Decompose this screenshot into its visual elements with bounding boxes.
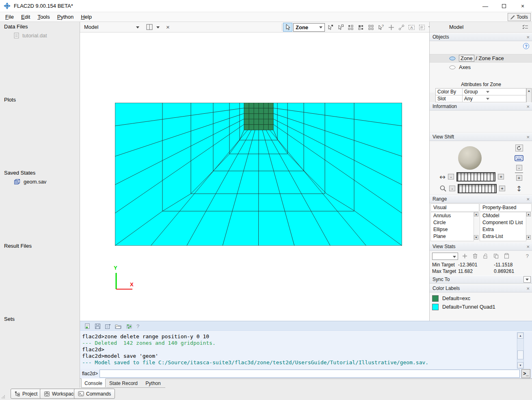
measure-tool-button[interactable] (397, 23, 406, 32)
marquee-tool-button[interactable] (417, 23, 426, 32)
reset-rotation-button[interactable] (515, 145, 523, 151)
copy-icon[interactable] (493, 253, 499, 259)
visibility-icon[interactable] (449, 65, 456, 69)
tab-state-record[interactable]: State Record (106, 379, 141, 388)
query-tool-button[interactable]: ? (376, 23, 386, 32)
console-input[interactable] (99, 370, 520, 378)
slot-select[interactable]: Any (463, 95, 526, 102)
scroll-up-icon[interactable]: ▲ (517, 333, 523, 339)
scroll-down-icon[interactable]: ▼ (517, 362, 523, 368)
zoom-slider[interactable] (458, 184, 497, 193)
information-close-icon[interactable]: × (526, 104, 530, 110)
viewport-close-icon[interactable]: × (166, 24, 170, 30)
objects-help-icon[interactable]: ? (523, 43, 529, 49)
unlock-icon[interactable] (483, 253, 488, 259)
menu-help[interactable]: Help (77, 13, 95, 21)
pan-slider[interactable] (456, 172, 495, 182)
color-swatch[interactable] (432, 304, 439, 310)
selection-mode-select[interactable]: Zone (293, 23, 325, 32)
open-folder-icon[interactable] (115, 324, 122, 329)
crosshair-tool-button[interactable] (387, 23, 396, 32)
menu-file[interactable]: File (2, 13, 17, 21)
zoom-minus-button[interactable]: - (449, 186, 455, 191)
grid-select-1-button[interactable] (346, 23, 355, 32)
console-scrollbar[interactable]: ▲ ▼ (517, 332, 524, 369)
clip-minus-button[interactable]: - (516, 165, 522, 171)
select-box-button[interactable] (336, 23, 345, 32)
visibility-icon[interactable] (449, 56, 456, 61)
zoom-plus-button[interactable]: + (499, 186, 505, 191)
tools-panel-button[interactable]: Tools (508, 13, 531, 21)
project-button[interactable]: Project (11, 389, 41, 399)
visual-list-scrollbar[interactable]: ▲ ▼ (474, 212, 479, 240)
object-row-axes[interactable]: Axes (430, 63, 532, 71)
call-datafile-icon[interactable] (84, 323, 91, 330)
terminal-icon (78, 391, 84, 396)
list-item[interactable]: Ellipse (431, 226, 474, 233)
range-close-icon[interactable]: × (526, 196, 530, 202)
view-stats-close-icon[interactable]: × (526, 244, 530, 250)
objects-close-icon[interactable]: × (526, 34, 530, 40)
model-mesh[interactable] (115, 103, 402, 246)
tab-python[interactable]: Python (141, 379, 165, 388)
rotation-trackball[interactable] (458, 146, 482, 170)
split-view-icon[interactable] (146, 24, 153, 30)
view-shift-close-icon[interactable]: × (526, 134, 530, 140)
commands-button[interactable]: Commands (74, 389, 115, 399)
property-list-scrollbar[interactable]: ▲ ▼ (526, 212, 532, 240)
pan-plus-button[interactable]: + (498, 174, 504, 179)
list-item[interactable]: Annulus (431, 212, 474, 219)
sync-to-dropdown[interactable] (523, 276, 531, 283)
stats-help-icon[interactable]: ? (526, 253, 529, 259)
grid-select-3-button[interactable] (366, 23, 376, 32)
scroll-thumb[interactable] (517, 350, 523, 359)
viewport-tab-model[interactable]: Model (84, 24, 98, 30)
color-swatch[interactable] (432, 295, 439, 302)
select-add-button[interactable] (326, 23, 335, 32)
new-record-icon[interactable] (105, 323, 111, 329)
model-viewport[interactable]: Y X (80, 32, 429, 321)
tab-dropdown-icon[interactable] (136, 26, 139, 28)
keyboard-icon[interactable] (515, 155, 523, 161)
maximize-button[interactable] (495, 0, 513, 12)
zone-object-label[interactable]: Zone (459, 55, 474, 62)
scroll-up-icon[interactable]: ▲ (527, 89, 531, 93)
list-item[interactable]: Extra (480, 226, 526, 233)
add-icon[interactable] (462, 253, 467, 259)
sidebar-item-geom-sav[interactable]: geom.sav (14, 179, 46, 185)
pan-minus-button[interactable]: - (448, 174, 454, 179)
list-item[interactable]: Circle (431, 219, 474, 226)
tab-console[interactable]: Console (81, 378, 106, 388)
object-row-zone[interactable]: Zone / Zone Face (430, 54, 532, 63)
split-dropdown-icon[interactable] (156, 26, 160, 28)
save-icon[interactable] (95, 323, 101, 329)
list-item[interactable]: Component ID List (480, 219, 526, 226)
console-help-icon[interactable]: ? (136, 323, 139, 329)
resize-grip[interactable] (1, 395, 5, 399)
sidebar-item-tutorial-dat[interactable]: tutorial.dat (14, 32, 47, 39)
delete-icon[interactable] (473, 253, 478, 259)
menu-edit[interactable]: Edit (17, 13, 34, 21)
scroll-up-icon[interactable]: ▲ (526, 212, 531, 216)
colorby-select[interactable]: Group (463, 89, 526, 95)
color-labels-close-icon[interactable]: × (526, 285, 530, 292)
stats-select[interactable] (432, 253, 458, 260)
list-check-icon[interactable] (522, 24, 528, 30)
menu-tools[interactable]: Tools (34, 13, 53, 21)
list-item[interactable]: CModel (480, 212, 526, 219)
close-button[interactable]: × (513, 0, 532, 12)
annotate-tool-button[interactable]: A (407, 23, 416, 32)
console-run-button[interactable]: >_ (521, 369, 530, 378)
scroll-down-icon[interactable]: ▼ (474, 235, 478, 240)
settings-sliders-icon[interactable] (126, 324, 132, 329)
list-item[interactable]: Extra-List (480, 233, 526, 240)
minimize-button[interactable]: — (476, 0, 495, 12)
clip-plus-button[interactable]: + (516, 175, 522, 181)
grid-select-2-button[interactable] (356, 23, 365, 32)
menu-python[interactable]: Python (54, 13, 77, 21)
paste-icon[interactable] (504, 253, 509, 259)
scroll-down-icon[interactable]: ▼ (526, 235, 531, 240)
list-item[interactable]: Plane (431, 233, 474, 240)
scroll-up-icon[interactable]: ▲ (474, 212, 478, 216)
pointer-tool-button[interactable] (283, 23, 292, 32)
